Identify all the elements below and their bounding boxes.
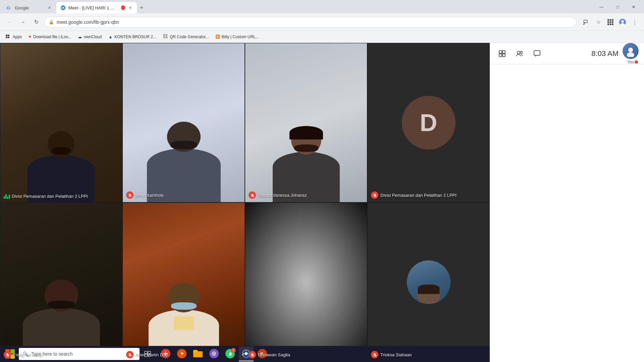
forward-button[interactable]: →	[17, 17, 28, 27]
participant-name-7: Gunawan Sagita	[258, 352, 290, 357]
participant-cell-8: Trioksa Siahaan	[367, 202, 490, 362]
bitly-icon: b	[216, 35, 220, 39]
head-3	[291, 126, 321, 155]
video-person-5	[15, 216, 107, 362]
taskbar-app-purple[interactable]	[207, 347, 221, 361]
bookmark-qr[interactable]: QR Code Generator...	[160, 33, 212, 41]
bookmark-konten[interactable]: ▲ KONTEN BROSUR 2...	[106, 33, 159, 41]
svg-rect-7	[612, 19, 613, 21]
svg-rect-32	[129, 194, 130, 196]
cast-icon[interactable]	[581, 17, 592, 27]
svg-point-59	[628, 48, 633, 52]
svg-rect-52	[499, 51, 502, 53]
user-avatar-wrap: You	[623, 43, 639, 64]
svg-rect-30	[167, 38, 167, 38]
participant-name-5: Fredy De Rooy	[13, 352, 42, 357]
user-avatar[interactable]	[623, 43, 639, 59]
qr-icon	[163, 34, 168, 40]
video-person-3	[263, 59, 348, 202]
window-controls: — □ ✕	[594, 2, 641, 13]
participant-label-4: Divisi Pemasaran dan Pelatihan 2 LPPI	[371, 191, 457, 199]
svg-rect-58	[534, 51, 540, 55]
participant-cell-5: Fredy De Rooy	[0, 202, 122, 362]
main-content: Divisi Pemasaran dan Pelatihan 2 LPPI	[0, 43, 644, 362]
restore-button[interactable]: □	[610, 2, 625, 12]
address-input[interactable]: 🔒 meet.google.com/fib-gprx-qbn	[44, 17, 577, 27]
video-person-1	[22, 59, 101, 202]
participant-name-4: Divisi Pemasaran dan Pelatihan 2 LPPI	[380, 193, 457, 198]
svg-rect-28	[167, 37, 167, 37]
head-6	[168, 283, 200, 312]
participant-name-1: Divisi Pemasaran dan Pelatihan 2 LPPI	[12, 194, 88, 199]
avatar-D: D	[402, 96, 455, 149]
new-tab-button[interactable]: +	[137, 3, 146, 12]
participant-label-6: Aries Martin Das	[126, 351, 168, 358]
profile-icon[interactable]	[617, 17, 628, 27]
svg-rect-20	[8, 37, 9, 38]
svg-rect-47	[252, 353, 253, 355]
google-apps-icon[interactable]	[605, 17, 616, 27]
bookmark-konten-label: KONTEN BROSUR 2...	[114, 35, 156, 39]
svg-text:M: M	[61, 6, 64, 10]
reload-button[interactable]: ↻	[31, 17, 42, 27]
svg-point-56	[517, 51, 520, 54]
svg-rect-35	[252, 194, 253, 196]
chat-button[interactable]	[530, 47, 544, 60]
svg-rect-24	[166, 35, 167, 36]
svg-rect-11	[607, 23, 609, 25]
participant-cell-3: Starlita Vanessa Johansz	[245, 43, 367, 202]
participant-name-2: johan kamhois	[136, 193, 164, 198]
bookmark-apps-label: Apps	[13, 35, 22, 39]
tab-google[interactable]: G Google ✕	[3, 2, 56, 13]
svg-rect-10	[612, 21, 613, 23]
participant-cell-1: Divisi Pemasaran dan Pelatihan 2 LPPI	[0, 43, 122, 202]
video-person-6	[141, 214, 226, 362]
taskbar-app-whatsapp[interactable]: 2	[223, 347, 237, 361]
bookmark-apps[interactable]: Apps	[3, 33, 24, 41]
svg-rect-9	[610, 21, 611, 23]
tab-meet[interactable]: M Meet - [LIVE] HARI 1 KELAS / ✕	[56, 2, 137, 13]
taskbar-app-orange[interactable]	[174, 347, 189, 361]
svg-rect-18	[8, 35, 9, 36]
mute-icon-7	[249, 351, 256, 358]
browser-window: G Google ✕ M Meet - [LIVE] HARI 1 KELAS …	[0, 0, 644, 362]
svg-rect-19	[6, 37, 7, 38]
taskbar-app-folder[interactable]	[191, 347, 205, 361]
tab-google-close[interactable]: ✕	[46, 5, 52, 11]
participants-button[interactable]	[513, 47, 526, 60]
google-favicon: G	[7, 5, 12, 10]
mute-icon-6	[126, 351, 133, 358]
svg-rect-6	[610, 19, 611, 21]
bookmark-star-icon[interactable]: ☆	[593, 17, 604, 27]
meet-panel: 8:03 AM You	[490, 43, 644, 362]
svg-rect-26	[164, 37, 165, 38]
meet-panel-header: 8:03 AM You	[490, 43, 644, 64]
participant-cell-4: D Divisi Pemasaran dan Pelatihan 2 LPPI	[367, 43, 490, 202]
tab-meet-close[interactable]: ✕	[128, 5, 133, 11]
participant-cell-7: Gunawan Sagita	[245, 202, 367, 362]
svg-rect-50	[374, 353, 375, 355]
bookmark-owncloud[interactable]: ☁ ownCloud	[75, 33, 104, 41]
video-row-bottom: Fredy De Rooy	[0, 202, 490, 362]
tab-bar: G Google ✕ M Meet - [LIVE] HARI 1 KELAS …	[0, 0, 644, 13]
bookmark-ilovepdf[interactable]: ♥ Download file | iLov...	[26, 33, 74, 41]
svg-text:G: G	[7, 5, 10, 10]
bookmark-bitly[interactable]: b Bitly | Custom URL...	[213, 33, 262, 41]
owncloud-icon: ☁	[78, 35, 82, 39]
heart-icon: ♥	[29, 34, 31, 39]
bookmarks-bar: Apps ♥ Download file | iLov... ☁ ownClou…	[0, 31, 644, 43]
participant-label-8: Trioksa Siahaan	[371, 351, 412, 358]
toolbar-icons: ☆ ⋮	[581, 17, 640, 27]
video-person-2	[141, 51, 226, 202]
close-button[interactable]: ✕	[626, 2, 641, 12]
svg-rect-53	[502, 51, 505, 53]
menu-icon[interactable]: ⋮	[629, 17, 640, 27]
audio-bars-1	[4, 193, 10, 199]
minimize-button[interactable]: —	[594, 2, 609, 12]
svg-point-16	[621, 23, 625, 26]
lock-icon: 🔒	[49, 19, 54, 24]
svg-rect-29	[166, 38, 166, 38]
head-2	[167, 122, 201, 152]
back-button[interactable]: ←	[4, 17, 15, 27]
grid-view-button[interactable]	[495, 47, 509, 60]
